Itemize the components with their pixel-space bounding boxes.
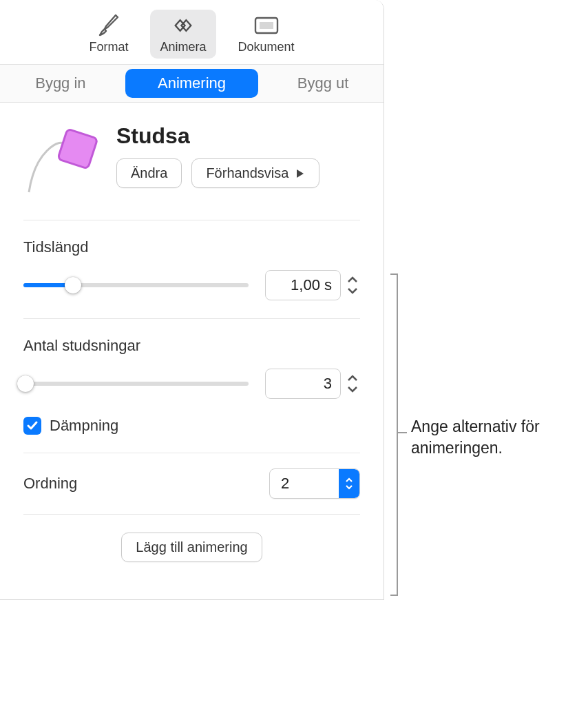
order-label: Ordning	[23, 475, 77, 493]
toolbar-animate[interactable]: Animera	[150, 10, 216, 59]
order-section: Ordning 2	[23, 453, 360, 515]
bracket-icon	[389, 273, 408, 597]
toolbar-document-label: Dokument	[238, 40, 295, 54]
toolbar-document[interactable]: Dokument	[229, 10, 304, 59]
duration-field[interactable]: 1,00 s	[265, 270, 341, 300]
preview-button-label: Förhandsvisa	[206, 165, 288, 181]
order-value: 2	[270, 469, 339, 498]
duration-slider[interactable]	[23, 277, 249, 293]
content: Studsa Ändra Förhandsvisa Tidslängd	[0, 103, 384, 599]
tab-action[interactable]: Animering	[125, 69, 258, 98]
svg-rect-2	[58, 129, 98, 169]
change-button-label: Ändra	[131, 165, 167, 181]
bounce-preview-icon	[23, 123, 103, 199]
damping-checkbox[interactable]	[23, 417, 41, 435]
stepper-up-icon[interactable]	[345, 274, 360, 285]
animation-header: Studsa Ändra Förhandsvisa	[23, 123, 360, 220]
toolbar: Format Animera Dokument	[0, 0, 384, 64]
animate-icon	[169, 14, 197, 37]
toolbar-format[interactable]: Format	[79, 10, 138, 59]
duration-stepper[interactable]	[345, 274, 360, 296]
callout-text: Ange alternativ för animeringen.	[411, 416, 587, 459]
stepper-up-icon[interactable]	[345, 373, 360, 384]
preview-button[interactable]: Förhandsvisa	[191, 158, 319, 188]
bounces-label: Antal studsningar	[23, 337, 360, 355]
tab-build-out[interactable]: Bygg ut	[262, 65, 384, 102]
document-icon	[253, 14, 280, 37]
select-chevrons-icon	[339, 469, 359, 498]
inspector-panel: Format Animera Dokument Bygg in Animerin…	[0, 0, 384, 600]
add-animation-label: Lägg till animering	[136, 539, 247, 555]
bounces-stepper[interactable]	[345, 373, 360, 395]
add-animation-button[interactable]: Lägg till animering	[121, 533, 262, 562]
toolbar-animate-label: Animera	[160, 40, 206, 54]
stepper-down-icon[interactable]	[345, 384, 360, 395]
paintbrush-icon	[95, 14, 123, 37]
bounces-slider[interactable]	[23, 375, 249, 392]
order-select[interactable]: 2	[269, 468, 360, 499]
stepper-down-icon[interactable]	[345, 285, 360, 296]
bounces-field[interactable]: 3	[265, 369, 341, 399]
play-icon	[295, 169, 305, 178]
check-icon	[26, 420, 39, 432]
svg-rect-1	[260, 22, 273, 29]
tab-build-in[interactable]: Bygg in	[0, 65, 121, 102]
bounces-section: Antal studsningar 3	[23, 319, 360, 453]
tabs: Bygg in Animering Bygg ut	[0, 64, 384, 103]
duration-label: Tidslängd	[23, 238, 360, 256]
duration-section: Tidslängd 1,00 s	[23, 220, 360, 319]
damping-label: Dämpning	[50, 417, 118, 435]
animation-title: Studsa	[116, 123, 360, 149]
change-button[interactable]: Ändra	[116, 158, 182, 188]
toolbar-format-label: Format	[89, 40, 128, 54]
